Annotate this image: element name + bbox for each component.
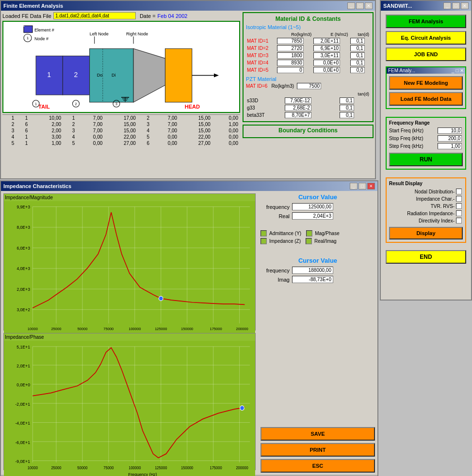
real-imag-checkbox[interactable] — [306, 238, 312, 244]
result-checkbox[interactable] — [456, 189, 462, 194]
sandwit-max[interactable]: □ — [452, 2, 460, 9]
material-ro-input[interactable] — [277, 67, 304, 73]
result-item-label: Radiation Impedance- — [389, 211, 456, 216]
material-ro-input[interactable] — [277, 38, 304, 44]
cursor-real-input[interactable] — [292, 212, 333, 220]
material-tan-input[interactable] — [350, 52, 365, 59]
pzt-field-value[interactable] — [285, 105, 311, 111]
pzt-field-tan[interactable] — [340, 112, 354, 118]
load-fe-model-btn[interactable]: Load FE Model Data — [389, 92, 463, 106]
material-id-label: MAT ID=4 — [246, 59, 276, 66]
stop-freq-input[interactable] — [438, 135, 462, 142]
admittance-checkbox[interactable] — [260, 230, 267, 237]
fem-analysis-btn[interactable]: FEM Analysis — [386, 15, 466, 28]
fea-window-controls: _ □ ✕ — [347, 2, 373, 9]
new-fe-modeling-btn[interactable]: New FE Modeling — [389, 76, 463, 90]
result-checkbox[interactable] — [456, 218, 462, 223]
mag-phase-checkbox[interactable] — [306, 230, 312, 237]
loaded-fe-input[interactable] — [53, 12, 136, 19]
close-btn[interactable]: ✕ — [365, 2, 373, 9]
cursor-freq-input-bottom[interactable] — [292, 267, 333, 274]
imp-max[interactable]: □ — [358, 183, 366, 190]
material-e-input[interactable] — [313, 67, 340, 73]
svg-rect-0 — [24, 26, 33, 32]
boundary-title: Boundary Conditions — [245, 127, 371, 134]
material-tan-input[interactable] — [350, 45, 365, 51]
step-freq-input[interactable] — [438, 143, 462, 149]
material-ro-input[interactable] — [277, 52, 304, 59]
pzt-field-tan[interactable] — [340, 105, 354, 111]
svg-text:Frequency (Hz): Frequency (Hz) — [128, 472, 157, 476]
svg-text:2: 2 — [75, 102, 77, 106]
material-e-input[interactable] — [313, 60, 340, 66]
imp-close[interactable]: ✕ — [367, 183, 375, 190]
eq-circuit-btn[interactable]: Eq. Circuit Analysis — [386, 31, 466, 45]
material-id-label: MAT ID=3 — [246, 52, 276, 59]
material-ro-input[interactable] — [277, 60, 304, 66]
material-e-input[interactable] — [313, 45, 340, 51]
sandwit-controls: _ □ ✕ — [443, 2, 469, 9]
svg-rect-34 — [4, 201, 255, 337]
result-display-panel: Result Display Nodal Distribution- Imped… — [386, 177, 466, 243]
svg-text:-2,0E+1: -2,0E+1 — [15, 402, 30, 407]
esc-btn[interactable]: ESC — [260, 459, 375, 473]
material-e-input[interactable] — [313, 52, 340, 59]
cursor-freq-label-bottom: frequency — [260, 268, 290, 273]
svg-text:25000: 25000 — [51, 327, 62, 331]
fea-titlebar: Finite Element Analysis _ □ ✕ — [1, 1, 375, 11]
impedance-controls: _ □ ✕ — [350, 183, 375, 190]
svg-text:Node #: Node # — [34, 36, 49, 41]
table-row: 262,0027,0015,0037,0015,001,00 — [2, 121, 240, 127]
pzt-field-value[interactable] — [285, 97, 311, 104]
material-e-input[interactable] — [313, 38, 340, 44]
mag-phase-label: Mag/Phase — [315, 231, 340, 236]
display-btn[interactable]: Display — [389, 227, 463, 239]
svg-text:1: 1 — [35, 102, 37, 106]
table-row: 413,0040,0022,0050,0022,000,00 — [2, 134, 240, 140]
result-checkbox[interactable] — [456, 196, 462, 202]
print-btn[interactable]: PRINT — [260, 443, 375, 457]
run-btn[interactable]: RUN — [389, 153, 463, 166]
svg-text:Right Node: Right Node — [126, 32, 148, 36]
material-tan-input[interactable] — [350, 38, 365, 44]
start-freq-input[interactable] — [438, 127, 462, 134]
real-imag-label: Real/Imag — [314, 238, 337, 244]
result-checkbox[interactable] — [456, 210, 462, 216]
material-ro-input[interactable] — [277, 45, 304, 51]
svg-text:125000: 125000 — [155, 327, 167, 331]
material-tan-input[interactable] — [350, 67, 365, 73]
pzt-field-tan[interactable] — [340, 97, 354, 104]
maximize-btn[interactable]: □ — [356, 2, 364, 9]
result-item: Radiation Impedance- — [389, 210, 463, 216]
sandwit-close[interactable]: ✕ — [461, 2, 469, 9]
impedance-checkbox[interactable] — [260, 238, 267, 244]
result-item: Directivity Index- — [389, 218, 463, 223]
svg-text:150000: 150000 — [181, 327, 194, 331]
job-end-btn[interactable]: JOB END — [386, 48, 466, 61]
cursor-freq-input-top[interactable] — [292, 203, 333, 210]
pzt-ro-input[interactable] — [297, 83, 321, 89]
step-freq-label: Step Freq (kHz) — [389, 143, 438, 149]
cursor-imag-input[interactable] — [292, 276, 333, 283]
imp-min[interactable]: _ — [350, 183, 358, 190]
magnitude-chart-svg: 9,9E+3 8,0E+3 6,0E+3 4,0E+3 2,0E+3 3,0E+… — [4, 201, 255, 337]
result-item-label: Nodal Distribution- — [389, 189, 456, 194]
pzt-label: PZT Material — [246, 76, 370, 82]
material-id-label: MAT ID=5 — [246, 66, 276, 74]
pzt-field-value[interactable] — [285, 112, 311, 118]
sandwit-min[interactable]: _ — [443, 2, 451, 9]
loaded-fe-label: Loaded FE Data File — [2, 13, 51, 19]
save-btn[interactable]: SAVE — [260, 427, 375, 441]
svg-marker-23 — [214, 74, 219, 78]
material-tan-input[interactable] — [350, 60, 365, 66]
sandwit-titlebar: SANDWIT... _ □ ✕ — [381, 1, 471, 11]
svg-text:150000: 150000 — [181, 466, 194, 470]
impedance-label: Impedance (Z) — [269, 238, 301, 244]
minimize-btn[interactable]: _ — [347, 2, 355, 9]
svg-text:5,1E+1: 5,1E+1 — [16, 344, 30, 349]
pzt-field-name: beta33T — [246, 111, 284, 119]
result-checkbox[interactable] — [456, 203, 462, 209]
table-row: 1110,0017,0017,0027,0015,000,00 — [2, 115, 240, 121]
magnitude-chart-container: Impedance/Magnitude — [3, 193, 256, 331]
end-btn[interactable]: END — [386, 250, 466, 264]
